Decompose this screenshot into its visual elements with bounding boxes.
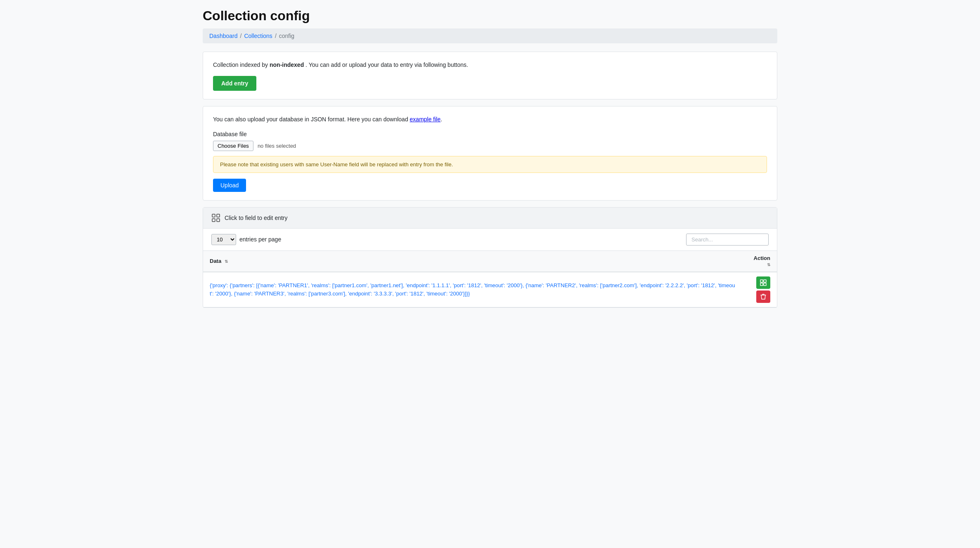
- action-sort-arrows: ⇅: [767, 262, 770, 267]
- svg-rect-4: [760, 280, 763, 282]
- table-section: Click to field to edit entry 10 25 50 10…: [203, 207, 777, 308]
- entry-desc-suffix: . You can add or upload your data to ent…: [304, 61, 468, 68]
- breadcrumb-dashboard[interactable]: Dashboard: [209, 33, 238, 39]
- action-cell: [744, 272, 777, 307]
- svg-rect-1: [217, 214, 220, 217]
- breadcrumb-current: config: [279, 33, 294, 39]
- svg-rect-5: [764, 280, 766, 282]
- upload-desc-suffix: .: [440, 116, 442, 123]
- entry-desc-prefix: Collection indexed by: [213, 61, 270, 68]
- file-input-row: Choose Files no files selected: [213, 141, 767, 151]
- data-table: Data ⇅ Action ⇅ {'proxy': {'partners': […: [203, 250, 777, 307]
- table-header-bar: Click to field to edit entry: [203, 208, 777, 229]
- table-header-label: Click to field to edit entry: [225, 215, 288, 221]
- entry-description: Collection indexed by non-indexed . You …: [213, 60, 767, 69]
- action-buttons: [750, 276, 770, 303]
- upload-section-card: You can also upload your database in JSO…: [203, 106, 777, 200]
- breadcrumb-sep-1: /: [240, 33, 242, 39]
- table-header-row: Data ⇅ Action ⇅: [203, 250, 777, 272]
- warning-box: Please note that existing users with sam…: [213, 156, 767, 173]
- no-files-text: no files selected: [258, 143, 296, 149]
- breadcrumb-sep-2: /: [275, 33, 277, 39]
- data-column-header: Data ⇅: [203, 250, 744, 272]
- upload-button[interactable]: Upload: [213, 179, 246, 192]
- svg-rect-3: [217, 219, 220, 222]
- svg-rect-2: [212, 219, 215, 222]
- table-grid-icon: [211, 213, 220, 222]
- delete-button[interactable]: [756, 291, 770, 303]
- upload-description: You can also upload your database in JSO…: [213, 115, 767, 124]
- search-input[interactable]: [686, 234, 769, 246]
- entries-control: 10 25 50 100 entries per page: [211, 234, 281, 245]
- choose-files-button[interactable]: Choose Files: [213, 141, 253, 151]
- table-controls: 10 25 50 100 entries per page: [203, 229, 777, 250]
- table-row: {'proxy': {'partners': [{'name': 'PARTNE…: [203, 272, 777, 307]
- svg-rect-6: [760, 283, 763, 286]
- edit-button[interactable]: [756, 276, 770, 289]
- upload-desc-prefix: You can also upload your database in JSO…: [213, 116, 410, 123]
- entry-desc-bold: non-indexed: [270, 61, 304, 68]
- data-sort-arrows: ⇅: [225, 259, 228, 264]
- data-cell[interactable]: {'proxy': {'partners': [{'name': 'PARTNE…: [203, 272, 744, 307]
- entries-per-page-select[interactable]: 10 25 50 100: [211, 234, 236, 245]
- breadcrumb: Dashboard / Collections / config: [203, 28, 777, 43]
- svg-rect-0: [212, 214, 215, 217]
- warning-text: Please note that existing users with sam…: [220, 161, 453, 168]
- svg-rect-7: [764, 283, 766, 286]
- add-entry-button[interactable]: Add entry: [213, 76, 256, 91]
- database-file-label: Database file: [213, 131, 767, 137]
- entry-section-card: Collection indexed by non-indexed . You …: [203, 52, 777, 99]
- entries-label: entries per page: [239, 236, 281, 243]
- page-title: Collection config: [203, 8, 777, 24]
- action-column-header: Action ⇅: [744, 250, 777, 272]
- example-file-link[interactable]: example file: [410, 116, 441, 123]
- breadcrumb-collections[interactable]: Collections: [244, 33, 272, 39]
